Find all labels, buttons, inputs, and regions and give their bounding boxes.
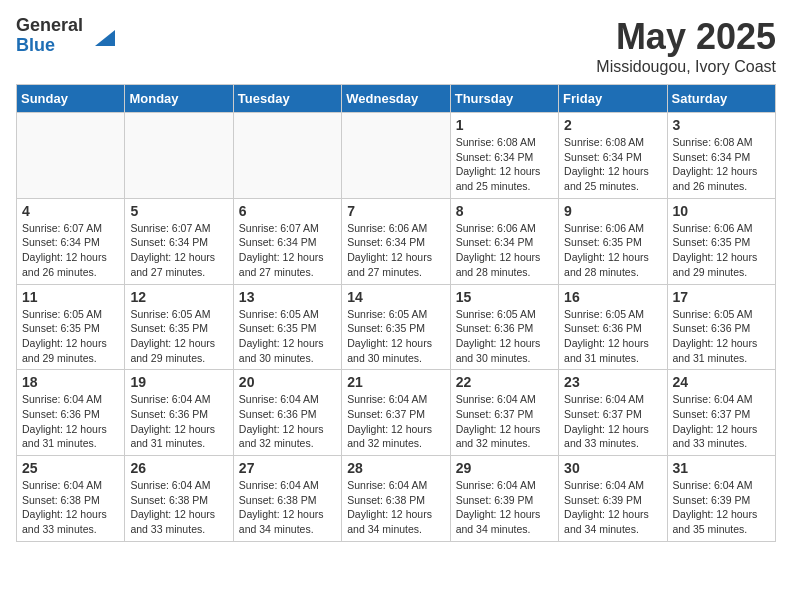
- calendar-cell: 16Sunrise: 6:05 AM Sunset: 6:36 PM Dayli…: [559, 284, 667, 370]
- day-number: 30: [564, 460, 661, 476]
- day-info: Sunrise: 6:04 AM Sunset: 6:39 PM Dayligh…: [456, 478, 553, 537]
- calendar-cell: [342, 113, 450, 199]
- day-info: Sunrise: 6:08 AM Sunset: 6:34 PM Dayligh…: [456, 135, 553, 194]
- logo-blue: Blue: [16, 36, 83, 56]
- logo-icon: [87, 22, 115, 50]
- dow-header-tuesday: Tuesday: [233, 85, 341, 113]
- calendar-cell: 20Sunrise: 6:04 AM Sunset: 6:36 PM Dayli…: [233, 370, 341, 456]
- day-number: 12: [130, 289, 227, 305]
- dow-header-friday: Friday: [559, 85, 667, 113]
- calendar-cell: 5Sunrise: 6:07 AM Sunset: 6:34 PM Daylig…: [125, 198, 233, 284]
- day-number: 8: [456, 203, 553, 219]
- title-area: May 2025 Missidougou, Ivory Coast: [596, 16, 776, 76]
- day-info: Sunrise: 6:04 AM Sunset: 6:37 PM Dayligh…: [347, 392, 444, 451]
- day-number: 13: [239, 289, 336, 305]
- logo-text: General Blue: [16, 16, 83, 56]
- calendar-cell: [233, 113, 341, 199]
- day-info: Sunrise: 6:05 AM Sunset: 6:36 PM Dayligh…: [673, 307, 770, 366]
- calendar-cell: 26Sunrise: 6:04 AM Sunset: 6:38 PM Dayli…: [125, 456, 233, 542]
- day-number: 11: [22, 289, 119, 305]
- calendar-cell: 21Sunrise: 6:04 AM Sunset: 6:37 PM Dayli…: [342, 370, 450, 456]
- day-info: Sunrise: 6:06 AM Sunset: 6:35 PM Dayligh…: [673, 221, 770, 280]
- day-number: 31: [673, 460, 770, 476]
- calendar-cell: 27Sunrise: 6:04 AM Sunset: 6:38 PM Dayli…: [233, 456, 341, 542]
- day-info: Sunrise: 6:04 AM Sunset: 6:37 PM Dayligh…: [564, 392, 661, 451]
- calendar-cell: 11Sunrise: 6:05 AM Sunset: 6:35 PM Dayli…: [17, 284, 125, 370]
- day-info: Sunrise: 6:04 AM Sunset: 6:39 PM Dayligh…: [673, 478, 770, 537]
- svg-marker-0: [95, 30, 115, 46]
- calendar-cell: 17Sunrise: 6:05 AM Sunset: 6:36 PM Dayli…: [667, 284, 775, 370]
- calendar-cell: 7Sunrise: 6:06 AM Sunset: 6:34 PM Daylig…: [342, 198, 450, 284]
- day-info: Sunrise: 6:06 AM Sunset: 6:35 PM Dayligh…: [564, 221, 661, 280]
- calendar-cell: 3Sunrise: 6:08 AM Sunset: 6:34 PM Daylig…: [667, 113, 775, 199]
- day-number: 6: [239, 203, 336, 219]
- day-info: Sunrise: 6:05 AM Sunset: 6:35 PM Dayligh…: [239, 307, 336, 366]
- day-number: 25: [22, 460, 119, 476]
- calendar-cell: 1Sunrise: 6:08 AM Sunset: 6:34 PM Daylig…: [450, 113, 558, 199]
- dow-header-thursday: Thursday: [450, 85, 558, 113]
- calendar-cell: [125, 113, 233, 199]
- calendar-cell: 15Sunrise: 6:05 AM Sunset: 6:36 PM Dayli…: [450, 284, 558, 370]
- calendar-cell: 29Sunrise: 6:04 AM Sunset: 6:39 PM Dayli…: [450, 456, 558, 542]
- calendar-cell: 2Sunrise: 6:08 AM Sunset: 6:34 PM Daylig…: [559, 113, 667, 199]
- day-info: Sunrise: 6:05 AM Sunset: 6:36 PM Dayligh…: [564, 307, 661, 366]
- day-info: Sunrise: 6:05 AM Sunset: 6:36 PM Dayligh…: [456, 307, 553, 366]
- day-number: 4: [22, 203, 119, 219]
- day-number: 7: [347, 203, 444, 219]
- dow-header-sunday: Sunday: [17, 85, 125, 113]
- calendar-cell: 18Sunrise: 6:04 AM Sunset: 6:36 PM Dayli…: [17, 370, 125, 456]
- day-info: Sunrise: 6:05 AM Sunset: 6:35 PM Dayligh…: [347, 307, 444, 366]
- day-info: Sunrise: 6:04 AM Sunset: 6:38 PM Dayligh…: [22, 478, 119, 537]
- day-number: 22: [456, 374, 553, 390]
- day-info: Sunrise: 6:04 AM Sunset: 6:38 PM Dayligh…: [239, 478, 336, 537]
- day-number: 9: [564, 203, 661, 219]
- calendar-cell: 14Sunrise: 6:05 AM Sunset: 6:35 PM Dayli…: [342, 284, 450, 370]
- dow-header-monday: Monday: [125, 85, 233, 113]
- logo: General Blue: [16, 16, 115, 56]
- logo-general: General: [16, 16, 83, 36]
- calendar-cell: 22Sunrise: 6:04 AM Sunset: 6:37 PM Dayli…: [450, 370, 558, 456]
- calendar-cell: 8Sunrise: 6:06 AM Sunset: 6:34 PM Daylig…: [450, 198, 558, 284]
- day-number: 10: [673, 203, 770, 219]
- day-info: Sunrise: 6:04 AM Sunset: 6:36 PM Dayligh…: [130, 392, 227, 451]
- calendar-cell: 10Sunrise: 6:06 AM Sunset: 6:35 PM Dayli…: [667, 198, 775, 284]
- day-info: Sunrise: 6:04 AM Sunset: 6:36 PM Dayligh…: [239, 392, 336, 451]
- week-row-4: 18Sunrise: 6:04 AM Sunset: 6:36 PM Dayli…: [17, 370, 776, 456]
- week-row-3: 11Sunrise: 6:05 AM Sunset: 6:35 PM Dayli…: [17, 284, 776, 370]
- day-number: 26: [130, 460, 227, 476]
- day-number: 15: [456, 289, 553, 305]
- day-info: Sunrise: 6:04 AM Sunset: 6:37 PM Dayligh…: [673, 392, 770, 451]
- calendar-cell: [17, 113, 125, 199]
- calendar-body: 1Sunrise: 6:08 AM Sunset: 6:34 PM Daylig…: [17, 113, 776, 542]
- day-number: 18: [22, 374, 119, 390]
- day-number: 28: [347, 460, 444, 476]
- week-row-2: 4Sunrise: 6:07 AM Sunset: 6:34 PM Daylig…: [17, 198, 776, 284]
- day-info: Sunrise: 6:05 AM Sunset: 6:35 PM Dayligh…: [22, 307, 119, 366]
- calendar: SundayMondayTuesdayWednesdayThursdayFrid…: [16, 84, 776, 542]
- dow-header-saturday: Saturday: [667, 85, 775, 113]
- calendar-cell: 23Sunrise: 6:04 AM Sunset: 6:37 PM Dayli…: [559, 370, 667, 456]
- day-info: Sunrise: 6:06 AM Sunset: 6:34 PM Dayligh…: [456, 221, 553, 280]
- day-number: 21: [347, 374, 444, 390]
- location-title: Missidougou, Ivory Coast: [596, 58, 776, 76]
- calendar-cell: 25Sunrise: 6:04 AM Sunset: 6:38 PM Dayli…: [17, 456, 125, 542]
- week-row-1: 1Sunrise: 6:08 AM Sunset: 6:34 PM Daylig…: [17, 113, 776, 199]
- calendar-cell: 6Sunrise: 6:07 AM Sunset: 6:34 PM Daylig…: [233, 198, 341, 284]
- day-info: Sunrise: 6:06 AM Sunset: 6:34 PM Dayligh…: [347, 221, 444, 280]
- day-number: 23: [564, 374, 661, 390]
- day-info: Sunrise: 6:04 AM Sunset: 6:36 PM Dayligh…: [22, 392, 119, 451]
- day-info: Sunrise: 6:08 AM Sunset: 6:34 PM Dayligh…: [673, 135, 770, 194]
- week-row-5: 25Sunrise: 6:04 AM Sunset: 6:38 PM Dayli…: [17, 456, 776, 542]
- day-info: Sunrise: 6:04 AM Sunset: 6:39 PM Dayligh…: [564, 478, 661, 537]
- day-number: 17: [673, 289, 770, 305]
- day-number: 14: [347, 289, 444, 305]
- day-info: Sunrise: 6:04 AM Sunset: 6:38 PM Dayligh…: [130, 478, 227, 537]
- calendar-cell: 9Sunrise: 6:06 AM Sunset: 6:35 PM Daylig…: [559, 198, 667, 284]
- day-number: 24: [673, 374, 770, 390]
- day-number: 20: [239, 374, 336, 390]
- day-info: Sunrise: 6:04 AM Sunset: 6:38 PM Dayligh…: [347, 478, 444, 537]
- calendar-cell: 31Sunrise: 6:04 AM Sunset: 6:39 PM Dayli…: [667, 456, 775, 542]
- day-of-week-row: SundayMondayTuesdayWednesdayThursdayFrid…: [17, 85, 776, 113]
- day-number: 27: [239, 460, 336, 476]
- calendar-cell: 13Sunrise: 6:05 AM Sunset: 6:35 PM Dayli…: [233, 284, 341, 370]
